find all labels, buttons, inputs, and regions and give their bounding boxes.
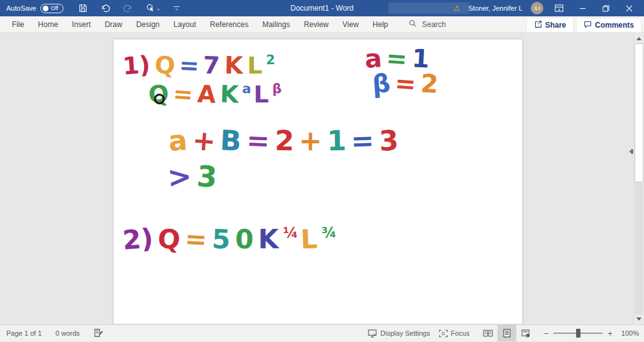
zoom-slider[interactable] <box>553 333 602 334</box>
close-button[interactable] <box>621 0 636 16</box>
ink-gt-line: >3 <box>167 160 222 194</box>
ink-token: B <box>219 124 242 157</box>
ink-token: + <box>299 124 322 157</box>
comment-icon <box>584 20 592 30</box>
ink-token: = <box>184 223 208 255</box>
zoom-out-button[interactable]: − <box>544 329 549 338</box>
autosave-label: AutoSave <box>6 4 36 12</box>
ink-token: = <box>172 80 194 109</box>
autosave-pill[interactable]: Off <box>40 4 64 13</box>
avatar[interactable]: SJ <box>531 2 543 14</box>
ink-token: ¼ <box>282 224 297 241</box>
ink-token: ¾ <box>321 224 336 241</box>
ink-token: 1 <box>326 124 347 157</box>
ink-token: a <box>167 124 188 157</box>
touch-mouse-mode-icon[interactable]: ⌄ <box>146 4 161 13</box>
tab-home[interactable]: Home <box>31 17 65 32</box>
tab-references[interactable]: References <box>203 17 255 32</box>
document-workspace: 1)Q=7KL2Q=AKaLβa=1β=2a+B=2+1=3>32)Q=50K¼… <box>0 33 644 324</box>
focus-label: Focus <box>451 329 470 337</box>
share-label: Share <box>545 21 566 30</box>
svg-text:D: D <box>441 331 445 336</box>
focus-button[interactable]: D Focus <box>439 329 470 338</box>
ink-token: K <box>258 224 279 255</box>
ink-token: a <box>242 81 252 96</box>
display-settings-button[interactable]: Display Settings <box>368 329 430 338</box>
ink-token: = <box>351 124 375 157</box>
scrollbar-track[interactable] <box>635 182 643 314</box>
tab-file[interactable]: File <box>5 17 31 32</box>
ink-token: L <box>300 224 318 255</box>
scroll-down-arrow-icon[interactable] <box>635 316 643 322</box>
status-bar: Page 1 of 1 0 words Display Settings D F… <box>0 324 644 341</box>
ink-token: 2) <box>121 223 154 255</box>
ribbon-search[interactable]: Search <box>409 19 446 29</box>
warning-icon[interactable]: ⚠ <box>453 4 460 13</box>
word-count[interactable]: 0 words <box>55 329 80 337</box>
vertical-scrollbar[interactable] <box>633 33 644 324</box>
tab-mailings[interactable]: Mailings <box>255 17 297 32</box>
ink-token: > <box>166 159 192 195</box>
read-mode-view-button[interactable] <box>479 325 497 341</box>
ink-token: K <box>219 80 239 108</box>
zoom-in-button[interactable]: + <box>608 329 613 338</box>
ink-token: 0 <box>235 224 253 255</box>
ink-token: L <box>247 52 262 79</box>
ink-token: = <box>179 51 200 80</box>
tab-draw[interactable]: Draw <box>97 17 129 32</box>
minimize-button[interactable] <box>575 0 590 16</box>
scroll-up-arrow-icon[interactable] <box>635 35 643 41</box>
ink-token: β <box>371 69 391 99</box>
comments-button[interactable]: Comments <box>576 18 641 33</box>
svg-text:i: i <box>527 334 528 337</box>
ink-token: 5 <box>211 224 231 255</box>
tab-insert[interactable]: Insert <box>65 17 97 32</box>
ink-token: 2 <box>419 69 438 98</box>
customize-quick-access-toolbar-icon[interactable]: ⌄ <box>174 6 179 10</box>
ink-eq3: 2)Q=50K¼L¾ <box>123 224 339 255</box>
chevron-down-icon: ⌄ <box>157 6 161 11</box>
user-name[interactable]: Stoner, Jennifer L <box>469 4 523 12</box>
display-settings-label: Display Settings <box>380 329 430 337</box>
autosave-state: Off <box>51 5 58 11</box>
save-icon[interactable] <box>79 4 87 13</box>
proofing-icon[interactable] <box>94 328 103 339</box>
ink-token: Q <box>157 223 181 255</box>
ink-token: = <box>246 124 270 157</box>
share-button[interactable]: Share <box>526 18 574 33</box>
tab-design[interactable]: Design <box>129 17 166 32</box>
ink-eq1: 1)Q=7KL2 <box>123 52 277 79</box>
ink-beta-value: β=2 <box>372 69 443 98</box>
ink-token: K <box>224 52 243 80</box>
scrollbar-thumb[interactable] <box>635 43 643 182</box>
ink-token: Q <box>153 51 175 80</box>
undo-icon[interactable] <box>101 4 110 13</box>
ink-token: 1) <box>122 51 152 80</box>
tab-view[interactable]: View <box>336 17 366 32</box>
comments-label: Comments <box>595 21 634 30</box>
tab-help[interactable]: Help <box>365 17 395 32</box>
search-label: Search <box>422 20 446 29</box>
tab-layout[interactable]: Layout <box>167 17 203 32</box>
ink-token: 3 <box>379 124 399 157</box>
restore-button[interactable] <box>598 0 613 16</box>
ink-eq2: Q=AKaLβ <box>148 80 284 108</box>
ink-token: 2 <box>274 124 294 157</box>
page-indicator[interactable]: Page 1 of 1 <box>6 329 42 337</box>
title-bar: AutoSave Off <box>0 0 644 16</box>
tab-review[interactable]: Review <box>297 17 335 32</box>
ink-token: 7 <box>203 52 221 80</box>
ink-token: = <box>394 69 417 99</box>
ink-token: 2 <box>266 52 275 67</box>
search-icon <box>409 19 416 29</box>
ink-sum-line: a+B=2+1=3 <box>169 124 404 157</box>
ink-token: β <box>272 81 282 96</box>
ribbon-tab-row: File Home Insert Draw Design Layout Refe… <box>0 16 644 33</box>
zoom-slider-thumb[interactable] <box>576 329 580 338</box>
web-layout-view-button[interactable]: i <box>516 325 535 341</box>
pen-cursor-ring <box>154 94 165 104</box>
print-layout-view-button[interactable] <box>497 325 516 341</box>
autosave-toggle[interactable]: AutoSave Off <box>6 4 64 13</box>
zoom-level[interactable]: 100% <box>621 329 639 337</box>
ribbon-display-options-button[interactable] <box>552 0 567 16</box>
